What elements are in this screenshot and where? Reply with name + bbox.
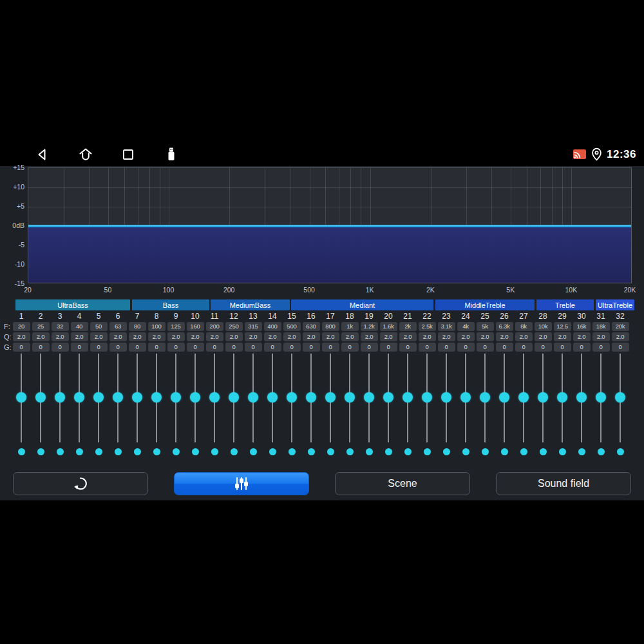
band-number: 12 <box>224 312 243 321</box>
reset-button[interactable] <box>13 472 148 495</box>
q-value: 2.0 <box>71 332 88 341</box>
sound-field-button-label: Sound field <box>538 478 589 489</box>
band-dot <box>289 448 296 455</box>
y-axis-label: 0dB <box>0 222 24 229</box>
band-number: 16 <box>301 312 321 321</box>
slider-knob[interactable] <box>538 392 548 402</box>
slider-knob[interactable] <box>306 392 316 402</box>
slider-knob[interactable] <box>422 392 432 402</box>
slider-knob[interactable] <box>364 392 374 402</box>
frequency-value: 20k <box>612 322 629 331</box>
slider-knob[interactable] <box>518 392 529 402</box>
home-icon[interactable] <box>77 147 94 162</box>
band-number: 6 <box>108 312 128 321</box>
x-axis-label: 10K <box>557 286 585 294</box>
q-value: 2.0 <box>264 332 281 341</box>
scene-button[interactable]: Scene <box>335 472 470 495</box>
band-dot <box>404 448 412 455</box>
slider-knob[interactable] <box>209 392 220 402</box>
gain-value: 0 <box>129 343 146 352</box>
band-number: 19 <box>359 312 379 321</box>
frequency-value: 4k <box>457 322 475 331</box>
band-dot <box>540 448 547 455</box>
band-number: 27 <box>514 312 533 321</box>
x-axis-label: 20 <box>14 286 42 294</box>
gain-value: 0 <box>245 343 262 352</box>
slider-knob[interactable] <box>229 392 239 402</box>
slider-knob[interactable] <box>151 392 162 402</box>
eq-band-column: 2912.52.00 <box>553 312 572 492</box>
slider-knob[interactable] <box>248 392 258 402</box>
slider-knob[interactable] <box>35 392 46 402</box>
q-value: 2.0 <box>438 332 455 341</box>
sound-field-button[interactable]: Sound field <box>496 472 631 495</box>
frequency-value: 25 <box>32 322 50 331</box>
eq-band-column: 81002.00 <box>147 312 166 492</box>
frequency-value: 12.5 <box>554 322 571 331</box>
slider-knob[interactable] <box>190 392 200 402</box>
band-dot <box>115 448 122 455</box>
gain-value: 0 <box>399 343 417 352</box>
gain-value: 0 <box>187 343 204 352</box>
slider-knob[interactable] <box>287 392 297 402</box>
slider-knob[interactable] <box>113 392 123 402</box>
y-axis-label: -10 <box>0 260 24 268</box>
slider-knob[interactable] <box>441 392 451 402</box>
slider-knob[interactable] <box>171 392 181 402</box>
band-dot <box>462 448 469 455</box>
slider-knob[interactable] <box>576 392 587 402</box>
status-bar-right: 12:36 <box>573 142 636 166</box>
band-number: 2 <box>31 312 50 321</box>
frequency-value: 500 <box>283 322 301 331</box>
slider-knob[interactable] <box>93 392 104 402</box>
slider-knob[interactable] <box>596 392 606 402</box>
slider-knob[interactable] <box>383 392 393 402</box>
gain-value: 0 <box>32 343 50 352</box>
slider-knob[interactable] <box>402 392 413 402</box>
q-value: 2.0 <box>206 332 223 341</box>
band-number: 8 <box>147 312 166 321</box>
band-number: 18 <box>340 312 359 321</box>
eq-band-column: 3016k2.00 <box>572 312 591 492</box>
slider-knob[interactable] <box>615 392 625 402</box>
back-icon[interactable] <box>35 147 50 162</box>
slider-knob[interactable] <box>345 392 355 402</box>
gain-value: 0 <box>554 343 571 352</box>
band-number: 14 <box>263 312 282 321</box>
band-dot <box>482 448 489 455</box>
frequency-value: 3.1k <box>438 322 455 331</box>
eq-band-column: 244k2.00 <box>456 312 475 492</box>
gain-value: 0 <box>52 343 69 352</box>
q-value: 2.0 <box>573 332 591 341</box>
slider-knob[interactable] <box>267 392 278 402</box>
slider-knob[interactable] <box>74 392 84 402</box>
slider-knob[interactable] <box>55 392 65 402</box>
frequency-value: 315 <box>245 322 262 331</box>
slider-knob[interactable] <box>499 392 509 402</box>
eq-band-column: 3220k2.00 <box>611 312 630 492</box>
eq-band-column: 7802.00 <box>128 312 147 492</box>
slider-knob[interactable] <box>16 392 26 402</box>
band-dot <box>153 448 160 455</box>
band-dot <box>617 448 624 455</box>
equalizer-button[interactable] <box>174 472 309 495</box>
graph-fill-area <box>28 227 631 283</box>
slider-knob[interactable] <box>132 392 142 402</box>
recents-icon[interactable] <box>121 147 135 162</box>
band-group-bass: Bass <box>132 299 209 310</box>
band-dot <box>501 448 508 455</box>
eq-band-column: 4402.00 <box>70 312 89 492</box>
frequency-value: 32 <box>52 322 69 331</box>
band-dot <box>366 448 373 455</box>
slider-knob[interactable] <box>557 392 567 402</box>
q-value: 2.0 <box>13 332 30 341</box>
band-number: 11 <box>205 312 224 321</box>
q-value: 2.0 <box>129 332 146 341</box>
slider-knob[interactable] <box>460 392 471 402</box>
q-value: 2.0 <box>90 332 108 341</box>
slider-knob[interactable] <box>480 392 490 402</box>
q-value: 2.0 <box>399 332 417 341</box>
frequency-value: 630 <box>303 322 320 331</box>
slider-knob[interactable] <box>325 392 336 402</box>
q-value: 2.0 <box>341 332 359 341</box>
